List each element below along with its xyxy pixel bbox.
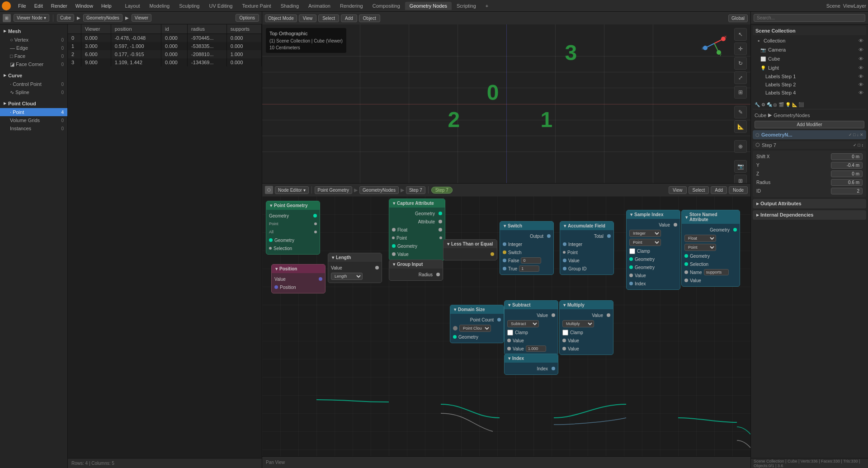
viewport-tool-transform[interactable]: ⊞ — [734, 86, 747, 99]
node-point-geometry[interactable]: ▾ Point Geometry Geometry Point — [266, 201, 320, 255]
tab-texture-paint[interactable]: Texture Paint — [237, 2, 275, 10]
collection-item-collection[interactable]: ⚬ Collection 👁 — [753, 36, 866, 45]
node-node-btn[interactable]: Node — [729, 186, 748, 194]
node-row-mul-mode[interactable]: Multiply — [560, 319, 613, 328]
subtract-clamp[interactable] — [507, 330, 513, 336]
node-row-sna-float-drop[interactable]: Float — [682, 234, 740, 243]
node-store-named-attribute[interactable]: ▾ Store Named Attribute Geometry Float — [681, 210, 740, 287]
node-group-input[interactable]: ▾ Group Input Radius — [389, 260, 443, 281]
light-eye-icon[interactable]: 👁 — [859, 65, 863, 71]
sidebar-volume-grids[interactable]: Volume Grids 0 — [0, 116, 67, 124]
tab-compositing[interactable]: Compositing — [368, 2, 405, 10]
viewer-node-dropdown[interactable]: Viewer Node ▾ — [14, 14, 49, 22]
labels4-eye-icon[interactable]: 👁 — [859, 90, 863, 95]
col-header-viewer[interactable]: Viewer — [81, 24, 111, 34]
viewport-tool-rotate[interactable]: ↻ — [734, 57, 747, 70]
viewport-tool-select[interactable]: ↖ — [734, 28, 747, 41]
node-multiply[interactable]: ▾ Multiply Value Multiply — [559, 300, 613, 355]
viewport-tool-annotate[interactable]: ✎ — [734, 106, 747, 118]
collection-item-light[interactable]: 💡 Light 👁 — [753, 63, 866, 72]
switch-true-value[interactable] — [519, 265, 539, 272]
tab-uv-editing[interactable]: UV Editing — [204, 2, 237, 10]
viewport-tool-cursor[interactable]: ⊕ — [734, 140, 747, 153]
subtract-mode-select[interactable]: Subtract — [507, 320, 539, 327]
spreadsheet-data-table[interactable]: Viewer position id radius supports 0 0.0… — [68, 24, 262, 458]
object-selector[interactable]: Cube — [57, 14, 74, 22]
node-canvas[interactable]: ▾ Point Geometry Geometry Point — [262, 196, 750, 456]
sidebar-spline[interactable]: ∿ Spline 0 — [0, 88, 67, 97]
node-domain-size[interactable]: ▾ Domain Size Point Count Point Cloud — [450, 305, 504, 343]
collection-eye-icon[interactable]: 👁 — [859, 38, 863, 43]
node-sample-index[interactable]: ▾ Sample Index Value Integer — [626, 210, 680, 290]
viewport-tool-move[interactable]: ✛ — [734, 43, 747, 55]
node-row-si-int-drop[interactable]: Integer — [627, 229, 680, 238]
multiply-mode-select[interactable]: Multiply — [562, 320, 594, 327]
breadcrumb-point-geo[interactable]: Point Geometry — [315, 186, 352, 194]
node-row-sna-point-drop[interactable]: Point — [682, 243, 740, 252]
tab-add-workspace[interactable]: + — [481, 2, 493, 10]
sna-name-input[interactable] — [704, 269, 729, 275]
si-integer-select[interactable]: Integer — [629, 230, 661, 237]
menu-file[interactable]: File — [14, 2, 30, 9]
tab-sculpting[interactable]: Sculpting — [175, 2, 204, 10]
node-row-si-point-drop[interactable]: Point — [627, 238, 680, 247]
sna-float-select[interactable]: Float — [684, 235, 716, 242]
point-cloud-section[interactable]: ▸ Point Cloud — [0, 99, 67, 108]
labels1-eye-icon[interactable]: 👁 — [859, 74, 863, 79]
si-point-select[interactable]: Point — [629, 239, 661, 246]
internal-deps-header[interactable]: ▸ Internal Dependencies — [753, 210, 866, 220]
tab-scripting[interactable]: Scripting — [452, 2, 481, 10]
node-add-btn[interactable]: Add — [711, 186, 727, 194]
node-less-than-equal[interactable]: ▾ Less Than or Equal — [443, 239, 497, 260]
sidebar-edge[interactable]: — Edge 0 — [0, 44, 67, 52]
viewport-canvas[interactable]: 0 1 2 3 Top Orthographic (1) Scene Colle… — [262, 24, 750, 183]
node-row-length-drop[interactable]: Length — [328, 272, 382, 281]
col-header-id[interactable]: id — [161, 24, 188, 34]
viewer-selector[interactable]: Viewer — [132, 14, 151, 22]
tab-animation[interactable]: Animation — [304, 2, 335, 10]
tab-shading[interactable]: Shading — [276, 2, 303, 10]
menu-render[interactable]: Render — [47, 2, 71, 9]
node-length[interactable]: ▾ Length Value Length — [328, 253, 382, 283]
node-editor-mode[interactable]: Node Editor ▾ — [275, 186, 309, 194]
breadcrumb-geo-nodes[interactable]: GeometryNodes — [359, 186, 399, 194]
transform-dropdown[interactable]: Global — [728, 14, 748, 22]
col-header-position[interactable]: position — [111, 24, 161, 34]
node-row-sub-mode[interactable]: Subtract — [505, 319, 558, 328]
cube-eye-icon[interactable]: 👁 — [859, 56, 863, 61]
length-type-select[interactable]: Length — [331, 273, 363, 280]
breadcrumb-step7[interactable]: Step 7 — [406, 186, 425, 194]
sidebar-instances[interactable]: Instances 0 — [0, 124, 67, 132]
sna-point-select[interactable]: Point — [684, 244, 716, 251]
curve-section[interactable]: ▸ Curve — [0, 71, 67, 80]
node-index[interactable]: ▾ Index Index — [504, 354, 558, 375]
labels2-eye-icon[interactable]: 👁 — [859, 82, 863, 87]
object-btn[interactable]: Object — [359, 14, 380, 22]
collection-item-cube[interactable]: ⬜ Cube 👁 — [753, 54, 866, 63]
viewport-tool-scale[interactable]: ⤢ — [734, 71, 747, 84]
sidebar-control-point[interactable]: · Control Point 0 — [0, 80, 67, 88]
menu-window[interactable]: Window — [72, 2, 97, 9]
si-clamp-checkbox[interactable] — [629, 248, 635, 254]
mode-dropdown[interactable]: Object Mode — [265, 14, 297, 22]
node-switch[interactable]: ▾ Switch Output Integer — [500, 221, 554, 275]
output-attr-header[interactable]: ▸ Output Attributes — [753, 199, 866, 208]
right-panel-search[interactable] — [754, 14, 865, 22]
sidebar-face[interactable]: □ Face 0 — [0, 52, 67, 60]
view-btn[interactable]: View — [299, 14, 317, 22]
editor-selector[interactable]: GeometryNodes — [83, 14, 123, 22]
tab-layout[interactable]: Layout — [121, 2, 145, 10]
collection-item-labels-step4[interactable]: Labels Step 4 👁 — [753, 89, 866, 97]
node-position[interactable]: ▾ Position Value Position — [271, 264, 326, 293]
node-view-btn[interactable]: View — [669, 186, 687, 194]
menu-edit[interactable]: Edit — [31, 2, 47, 9]
select-btn[interactable]: Select — [318, 14, 339, 22]
node-accumulate-field[interactable]: ▾ Accumulate Field Total Integer — [560, 221, 614, 275]
ds-type-select[interactable]: Point Cloud — [459, 325, 491, 332]
col-header-radius[interactable]: radius — [188, 24, 227, 34]
sidebar-face-corner[interactable]: ◪ Face Corner 0 — [0, 60, 67, 69]
node-row-ds-point-cloud[interactable]: Point Cloud — [450, 324, 504, 333]
tab-geometry-nodes[interactable]: Geometry Nodes — [405, 2, 452, 10]
camera-eye-icon[interactable]: 👁 — [859, 47, 863, 52]
mesh-section[interactable]: ▸ Mesh — [0, 26, 67, 36]
